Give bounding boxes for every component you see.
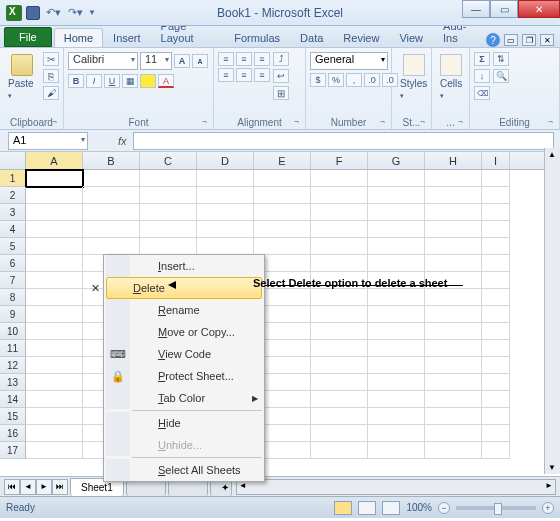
italic-icon[interactable]: I xyxy=(86,74,102,88)
cell[interactable] xyxy=(26,306,83,323)
ctx-tab-color[interactable]: Tab Color▶ xyxy=(106,387,264,409)
ctx-hide[interactable]: Hide xyxy=(106,412,264,434)
font-color-icon[interactable]: A xyxy=(158,74,174,88)
cell[interactable] xyxy=(425,255,482,272)
cell[interactable] xyxy=(311,289,368,306)
zoom-slider[interactable] xyxy=(456,506,536,510)
cell[interactable] xyxy=(482,425,510,442)
orientation-icon[interactable]: ⤴ xyxy=(273,52,289,66)
cell[interactable] xyxy=(26,323,83,340)
tab-view[interactable]: View xyxy=(389,28,433,47)
cell[interactable] xyxy=(425,323,482,340)
cell[interactable] xyxy=(368,340,425,357)
ctx-view-code[interactable]: ⌨View Code xyxy=(106,343,264,365)
cell[interactable] xyxy=(83,170,140,187)
col-header[interactable]: B xyxy=(83,152,140,169)
cell[interactable] xyxy=(425,221,482,238)
sheet-nav-first[interactable]: ⏮ xyxy=(4,479,20,495)
ctx-delete[interactable]: ✕Delete xyxy=(106,277,262,299)
number-format-select[interactable]: General xyxy=(310,52,388,70)
col-header[interactable]: F xyxy=(311,152,368,169)
cell[interactable] xyxy=(425,306,482,323)
cell[interactable] xyxy=(425,187,482,204)
zoom-out-icon[interactable]: − xyxy=(438,502,450,514)
cells-button[interactable]: Cells xyxy=(436,52,466,102)
align-top-icon[interactable]: ≡ xyxy=(218,52,234,66)
cell[interactable] xyxy=(425,357,482,374)
cell[interactable] xyxy=(26,187,83,204)
cell[interactable] xyxy=(254,238,311,255)
cell[interactable] xyxy=(197,204,254,221)
cell[interactable] xyxy=(311,442,368,459)
font-name-select[interactable]: Calibri xyxy=(68,52,138,70)
cell[interactable] xyxy=(482,374,510,391)
cell[interactable] xyxy=(26,255,83,272)
cell[interactable] xyxy=(482,221,510,238)
ctx-rename[interactable]: Rename xyxy=(106,299,264,321)
cell[interactable] xyxy=(311,306,368,323)
restore-window-icon[interactable]: ❐ xyxy=(522,34,536,46)
cell[interactable] xyxy=(368,306,425,323)
styles-button[interactable]: Styles xyxy=(396,52,431,102)
row-header[interactable]: 6 xyxy=(0,255,26,272)
minimize-button[interactable]: — xyxy=(462,0,490,18)
cell[interactable] xyxy=(254,221,311,238)
ctx-move-copy[interactable]: Move or Copy... xyxy=(106,321,264,343)
row-header[interactable]: 12 xyxy=(0,357,26,374)
cell[interactable] xyxy=(311,391,368,408)
col-header[interactable]: A xyxy=(26,152,83,169)
clear-icon[interactable] xyxy=(474,86,490,100)
cell[interactable] xyxy=(368,187,425,204)
cell[interactable] xyxy=(482,391,510,408)
cell[interactable] xyxy=(140,204,197,221)
cell[interactable] xyxy=(425,204,482,221)
cell[interactable] xyxy=(254,170,311,187)
fill-color-icon[interactable] xyxy=(140,74,156,88)
comma-icon[interactable]: , xyxy=(346,73,362,87)
font-size-select[interactable]: 11 xyxy=(140,52,172,70)
name-box[interactable]: A1 xyxy=(8,132,88,150)
row-header[interactable]: 1 xyxy=(0,170,26,187)
cell[interactable] xyxy=(368,323,425,340)
cell[interactable] xyxy=(482,408,510,425)
cell[interactable] xyxy=(140,187,197,204)
sheet-nav-prev[interactable]: ◄ xyxy=(20,479,36,495)
row-header[interactable]: 2 xyxy=(0,187,26,204)
shrink-font-icon[interactable]: A xyxy=(192,54,208,68)
cell[interactable] xyxy=(26,442,83,459)
col-header[interactable]: E xyxy=(254,152,311,169)
cell[interactable] xyxy=(83,187,140,204)
fill-icon[interactable] xyxy=(474,69,490,83)
wrap-text-icon[interactable] xyxy=(273,69,289,83)
row-header[interactable]: 15 xyxy=(0,408,26,425)
fx-icon[interactable]: fx xyxy=(118,135,127,147)
cell[interactable] xyxy=(254,204,311,221)
cell[interactable] xyxy=(83,238,140,255)
cell[interactable] xyxy=(425,408,482,425)
cell[interactable] xyxy=(482,204,510,221)
close-workbook-icon[interactable]: ✕ xyxy=(540,34,554,46)
select-all-corner[interactable] xyxy=(0,152,26,169)
cell[interactable] xyxy=(197,187,254,204)
cell[interactable] xyxy=(368,289,425,306)
cell[interactable] xyxy=(26,170,83,187)
tab-insert[interactable]: Insert xyxy=(103,28,151,47)
format-painter-icon[interactable] xyxy=(43,86,59,100)
formula-input[interactable] xyxy=(133,132,554,150)
cell[interactable] xyxy=(425,425,482,442)
cell[interactable] xyxy=(425,340,482,357)
vertical-scrollbar[interactable] xyxy=(544,148,560,474)
tab-formulas[interactable]: Formulas xyxy=(224,28,290,47)
cell[interactable] xyxy=(368,170,425,187)
paste-button[interactable]: Paste xyxy=(4,52,40,102)
sheet-nav-last[interactable]: ⏭ xyxy=(52,479,68,495)
align-bottom-icon[interactable]: ≡ xyxy=(254,52,270,66)
cell[interactable] xyxy=(368,408,425,425)
currency-icon[interactable]: $ xyxy=(310,73,326,87)
zoom-in-icon[interactable]: + xyxy=(542,502,554,514)
row-header[interactable]: 4 xyxy=(0,221,26,238)
tab-review[interactable]: Review xyxy=(333,28,389,47)
row-header[interactable]: 9 xyxy=(0,306,26,323)
col-header[interactable]: C xyxy=(140,152,197,169)
cell[interactable] xyxy=(425,391,482,408)
